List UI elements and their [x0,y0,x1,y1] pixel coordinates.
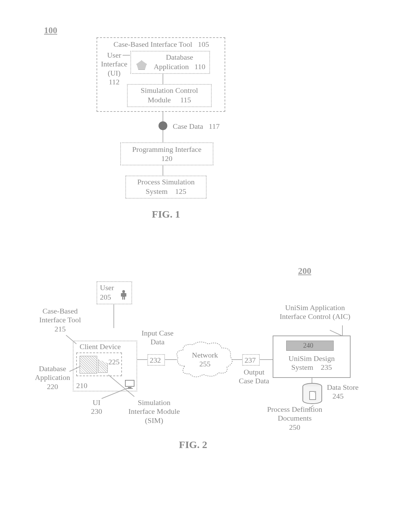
cylinder-icon [301,383,323,405]
fig1-caption: FIG. 1 [132,208,200,220]
fig2-aic-num: 240 [303,342,313,349]
fig1-ui-label: User Interface (UI) 112 [99,51,129,87]
fig2-data-store-label: Data Store 245 [327,383,358,401]
svg-rect-5 [124,297,125,300]
fig1-proc-sim-text: Process Simulation System 125 [127,177,205,196]
fig2-output-num: 237 [245,356,256,365]
fig1-ref: 100 [44,25,57,36]
fig2-cb-tool-label: Case-Based Interface Tool 215 [36,307,85,333]
svg-rect-2 [121,293,122,297]
fig2-output-case-label: Output Case Data [234,368,274,386]
fig2-unisim-design-text: UniSim Design System 235 [274,354,349,372]
computer-icon [125,380,135,389]
fig2-client-device-label: Client Device [80,342,121,351]
svg-rect-7 [128,387,131,388]
fig2-user-text: User 205 [100,283,114,302]
fig2-ref: 200 [298,266,311,276]
fig2-ui-label: UI 230 [86,398,107,416]
fig1-prog-iface-text: Programming Interface 120 [120,143,213,165]
fig2-unisim-aic-label: UniSim Application Interface Control (AI… [271,303,359,321]
svg-rect-4 [122,297,123,300]
fig2-input-case-label: Input Case Data [137,329,178,347]
fig2-input-num: 232 [150,356,161,365]
fig2-network-label: Network 255 [188,351,222,369]
fig2-proc-def-label: Process Definition Documents 250 [257,405,332,432]
fig2-client-num: 210 [76,381,87,390]
svg-rect-8 [127,388,133,389]
fig1-case-data-label: Case Data 117 [173,122,219,131]
fig1-sim-ctrl-text: Simulation Control Module 115 [129,86,210,104]
svg-rect-6 [125,380,134,386]
fig2-db-app-icon [80,356,97,373]
fig2-db-app-label: Database Application 220 [32,364,73,391]
svg-point-0 [122,290,125,293]
person-icon [120,290,127,300]
case-data-dot-icon [159,121,167,130]
svg-rect-3 [125,293,126,297]
fig1-tool-label: Case-Based Interface Tool 105 [113,40,209,49]
svg-rect-1 [122,293,125,297]
fig1-db-app-text: Database Application 110 [152,53,207,71]
fig2-caption: FIG. 2 [159,439,227,450]
fig2-sim-module-label: Simulation Interface Module (SIM) [122,398,186,425]
fig2-inner-num: 225 [108,358,120,366]
